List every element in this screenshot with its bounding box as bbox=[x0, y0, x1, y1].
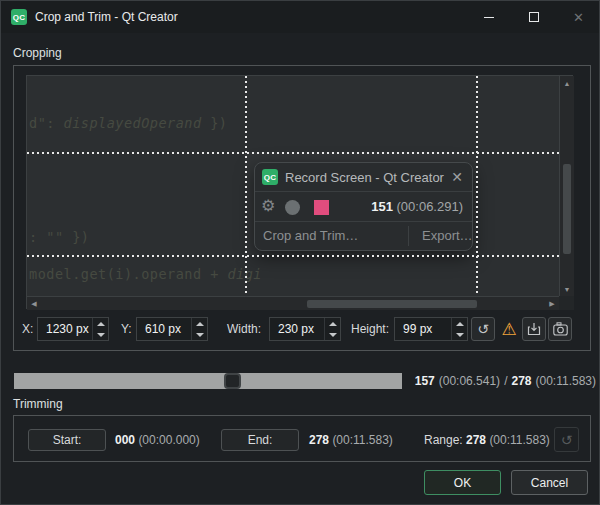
maximize-icon bbox=[529, 12, 539, 22]
end-frame: 278 bbox=[309, 433, 329, 447]
minimize-button[interactable] bbox=[466, 1, 511, 33]
chevron-up-icon bbox=[329, 322, 337, 326]
total-frames: 278 bbox=[511, 374, 531, 388]
spin-down-button[interactable] bbox=[452, 329, 467, 340]
crop-guide-left[interactable] bbox=[245, 76, 247, 296]
chevron-down-icon bbox=[196, 333, 204, 337]
trimming-group-label: Trimming bbox=[13, 397, 63, 411]
end-value: 278 (00:11.583) bbox=[309, 429, 393, 451]
y-value[interactable]: 610 px bbox=[137, 318, 191, 340]
scroll-left-icon[interactable]: ◀ bbox=[28, 298, 40, 310]
crop-dim-overlay bbox=[27, 152, 245, 255]
recorded-qtcreator-logo-icon: QC bbox=[262, 169, 278, 185]
total-time: (00:11.583) bbox=[536, 374, 597, 388]
crop-guide-top[interactable] bbox=[27, 152, 559, 154]
spin-down-button[interactable] bbox=[192, 329, 207, 340]
y-spinbox[interactable]: 610 px bbox=[136, 317, 208, 341]
save-frame-button[interactable] bbox=[522, 317, 546, 341]
y-label: Y: bbox=[121, 317, 132, 341]
close-button[interactable]: ✕ bbox=[556, 1, 600, 33]
cropping-group-label: Cropping bbox=[13, 46, 62, 60]
start-time: (00:00.000) bbox=[138, 433, 199, 447]
range-time: (00:11.583) bbox=[489, 433, 550, 447]
height-value[interactable]: 99 px bbox=[395, 318, 451, 340]
chevron-down-icon bbox=[97, 333, 105, 337]
width-value[interactable]: 230 px bbox=[270, 318, 324, 340]
maximize-button[interactable] bbox=[511, 1, 556, 33]
x-spinbox[interactable]: 1230 px bbox=[37, 317, 109, 341]
window-title: Crop and Trim - Qt Creator bbox=[35, 1, 178, 33]
minimize-icon bbox=[484, 17, 494, 18]
scroll-down-icon[interactable]: ▼ bbox=[561, 283, 573, 295]
set-start-button[interactable]: Start: bbox=[28, 429, 106, 451]
vertical-scrollbar[interactable]: ▲ ▼ bbox=[559, 76, 574, 296]
chevron-up-icon bbox=[196, 322, 204, 326]
vertical-scrollbar-handle[interactable] bbox=[563, 164, 571, 254]
warning-glyph: ⚠ bbox=[501, 319, 516, 340]
range-value: 278 (00:11.583) bbox=[466, 429, 550, 451]
crop-guide-bottom[interactable] bbox=[27, 255, 559, 257]
reset-trim-button[interactable]: ↺ bbox=[554, 427, 579, 452]
current-time: (00:06.541) bbox=[439, 374, 500, 388]
frame-progress-text: 157 (00:06.541) / 278 (00:11.583) bbox=[406, 373, 596, 389]
horizontal-scrollbar-handle[interactable] bbox=[307, 300, 477, 308]
range-frames: 278 bbox=[466, 433, 486, 447]
spin-down-button[interactable] bbox=[93, 329, 108, 340]
frame-slider-handle[interactable] bbox=[224, 373, 241, 389]
recorded-record-dot-icon bbox=[285, 200, 300, 215]
scrollbar-corner bbox=[559, 296, 574, 310]
recorded-frame-counter: 151 (00:06.291) bbox=[371, 192, 463, 222]
height-label: Height: bbox=[351, 317, 389, 341]
end-time: (00:11.583) bbox=[332, 433, 393, 447]
spin-up-button[interactable] bbox=[192, 318, 207, 329]
scroll-up-icon[interactable]: ▲ bbox=[561, 77, 573, 89]
recorded-export-button: Export… bbox=[422, 222, 473, 250]
y-spin-buttons bbox=[191, 318, 207, 340]
recorded-frame: d": displayedOperand }) : "" }) model.ge… bbox=[27, 76, 559, 296]
close-icon: ✕ bbox=[573, 11, 584, 24]
x-value[interactable]: 1230 px bbox=[38, 318, 92, 340]
chevron-up-icon bbox=[97, 322, 105, 326]
crop-and-trim-dialog: QC Crop and Trim - Qt Creator ✕ Cropping… bbox=[0, 0, 600, 505]
scroll-right-icon[interactable]: ▶ bbox=[546, 298, 558, 310]
width-spinbox[interactable]: 230 px bbox=[269, 317, 341, 341]
height-spinbox[interactable]: 99 px bbox=[394, 317, 468, 341]
camera-icon bbox=[553, 322, 568, 336]
width-label: Width: bbox=[227, 317, 261, 341]
warning-icon: ⚠ bbox=[497, 317, 521, 341]
save-icon bbox=[527, 322, 541, 336]
recorded-record-screen-window: QC Record Screen - Qt Creator ✕ ⚙ 151 (0… bbox=[254, 162, 473, 251]
height-spin-buttons bbox=[451, 318, 467, 340]
qtcreator-logo-icon: QC bbox=[11, 9, 27, 25]
recorded-buttons-row: Crop and Trim… Export… bbox=[255, 222, 472, 250]
start-value: 000 (00:00.000) bbox=[115, 429, 200, 451]
cancel-button[interactable]: Cancel bbox=[511, 470, 588, 495]
current-frame: 157 bbox=[415, 374, 435, 388]
reset-icon: ↺ bbox=[477, 321, 489, 337]
frame-slider[interactable] bbox=[14, 373, 402, 389]
recording-preview: d": displayedOperand }) : "" }) model.ge… bbox=[26, 75, 573, 309]
recorded-crop-trim-button: Crop and Trim… bbox=[263, 222, 358, 250]
spin-down-button[interactable] bbox=[325, 329, 340, 340]
spin-up-button[interactable] bbox=[93, 318, 108, 329]
spin-up-button[interactable] bbox=[325, 318, 340, 329]
recorded-close-icon: ✕ bbox=[451, 163, 463, 191]
set-end-button[interactable]: End: bbox=[221, 429, 299, 451]
start-frame: 000 bbox=[115, 433, 135, 447]
width-spin-buttons bbox=[324, 318, 340, 340]
spin-up-button[interactable] bbox=[452, 318, 467, 329]
recorded-gear-icon: ⚙ bbox=[261, 196, 275, 215]
crop-dim-overlay bbox=[27, 255, 559, 296]
crop-dim-overlay bbox=[27, 76, 559, 152]
reset-crop-button[interactable]: ↺ bbox=[471, 317, 495, 341]
recorded-counter-value: 151 bbox=[371, 199, 393, 214]
progress-separator: / bbox=[504, 374, 507, 388]
crop-guide-right[interactable] bbox=[476, 76, 478, 296]
horizontal-scrollbar[interactable]: ◀ ▶ bbox=[27, 296, 559, 310]
titlebar: QC Crop and Trim - Qt Creator ✕ bbox=[1, 1, 599, 33]
screenshot-button[interactable] bbox=[548, 317, 572, 341]
ok-button[interactable]: OK bbox=[424, 470, 501, 495]
recorded-divider bbox=[408, 226, 409, 246]
x-label: X: bbox=[22, 317, 33, 341]
recorded-titlebar: QC Record Screen - Qt Creator ✕ bbox=[255, 163, 472, 192]
